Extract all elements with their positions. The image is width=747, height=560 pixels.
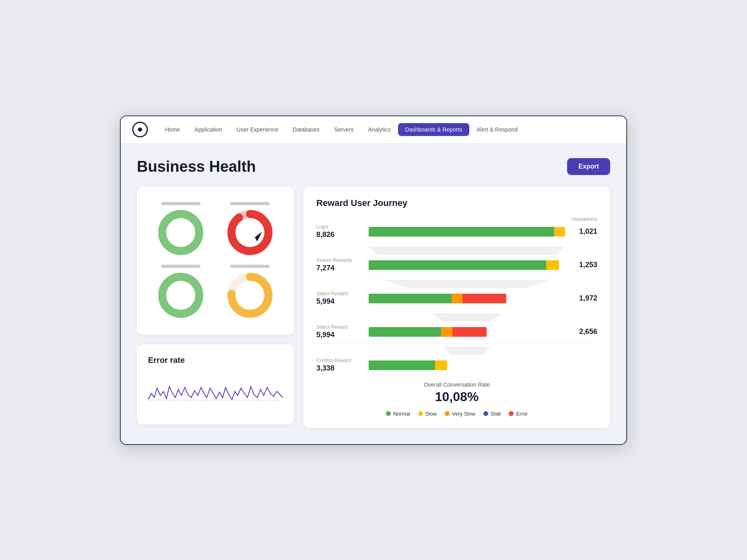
funnel-shape-2 [369, 280, 565, 288]
legend-stall: Stall [483, 411, 501, 417]
legend-dot-very-slow [445, 411, 450, 416]
funnel-header: Abandoners [316, 216, 597, 222]
legend-label-very-slow: Very Slow [452, 411, 475, 417]
app-window: Home Application User Experience Databas… [120, 115, 627, 445]
svg-marker-5 [255, 232, 262, 241]
bar-seg-slow-5 [435, 360, 447, 370]
donut-item-2 [217, 202, 283, 257]
bar-3 [369, 294, 506, 303]
logo-icon [132, 121, 148, 138]
overall-value: 10,08% [316, 389, 597, 404]
navbar: Home Application User Experience Databas… [121, 116, 626, 144]
svg-point-4 [231, 214, 268, 251]
bar-seg-slow-1 [554, 227, 565, 237]
bar-2 [369, 260, 559, 270]
funnel-row-3: Select Reward 5,994 1,972 [316, 290, 597, 310]
step-label-5: Confirm Reward [316, 358, 369, 363]
donut-item-4 [217, 265, 283, 319]
abandoners-2: 1,253 [565, 261, 597, 269]
bar-seg-normal-1 [369, 227, 554, 237]
step-value-3: 5,994 [316, 297, 369, 306]
funnel-title: Reward User Journey [316, 198, 597, 208]
nav-item-home[interactable]: Home [158, 123, 187, 136]
page-header: Business Health Export [137, 158, 610, 175]
legend-label-slow: Slow [425, 411, 437, 417]
donut-card [137, 187, 294, 335]
legend-normal: Normal [386, 411, 410, 417]
step-label-1: Login [316, 224, 369, 230]
step-label-4: Select Reward [316, 324, 369, 330]
bar-seg-normal-4 [369, 327, 441, 337]
export-button[interactable]: Export [567, 158, 610, 175]
legend-very-slow: Very Slow [445, 411, 475, 417]
bar-seg-normal-3 [369, 294, 452, 303]
svg-marker-12 [384, 280, 549, 288]
legend-label-normal: Normal [393, 411, 410, 417]
donut-label-4 [230, 265, 269, 268]
donut-item-3 [148, 265, 213, 319]
nav-item-servers[interactable]: Servers [327, 123, 361, 136]
donut-svg-3 [157, 271, 205, 319]
funnel-row-1: Login 8,826 1,021 [316, 224, 597, 243]
overall-section: Overall Conversation Rate 10,08% [316, 381, 597, 404]
donut-grid [148, 198, 283, 323]
nav-item-databases[interactable]: Databases [285, 123, 327, 136]
legend-dot-slow [418, 411, 423, 416]
nav-item-alert[interactable]: Alert & Respond [469, 123, 525, 136]
funnel-rows: Login 8,826 1,021 [316, 224, 597, 373]
donut-label-1 [161, 202, 200, 205]
donut-svg-2 [226, 208, 274, 257]
bar-1 [369, 227, 565, 237]
funnel-row-2: Search Rewards 7,274 1,253 [316, 257, 597, 277]
bar-seg-normal-5 [369, 360, 435, 370]
step-value-2: 7,274 [316, 264, 369, 272]
step-value-1: 8,826 [316, 231, 369, 239]
svg-marker-13 [431, 313, 502, 321]
bar-seg-normal-2 [369, 260, 546, 270]
funnel-row-4: Select Reward 5,994 2,656 [316, 324, 597, 344]
bar-seg-slow-3 [452, 294, 462, 303]
error-rate-chart [148, 371, 283, 412]
bar-seg-slow-4 [441, 327, 452, 337]
abandoners-4: 2,656 [565, 327, 597, 336]
bar-seg-error-4 [452, 327, 486, 337]
donut-item-1 [148, 202, 213, 257]
funnel-shape-4 [369, 347, 565, 355]
bar-5 [369, 360, 447, 370]
legend-dot-stall [483, 411, 488, 416]
funnel-card: Reward User Journey Abandoners Login 8 [303, 187, 610, 428]
legend: Normal Slow Very Slow Stall [316, 411, 597, 417]
overall-label: Overall Conversation Rate [316, 381, 597, 388]
abandoners-header: Abandoners [565, 216, 597, 222]
main-content: Business Health Export [121, 144, 626, 444]
step-label-2: Search Rewards [316, 257, 369, 263]
funnel-shape-3 [369, 313, 565, 321]
nav-item-analytics[interactable]: Analytics [361, 123, 398, 136]
abandoners-1: 1,021 [565, 227, 597, 236]
donut-svg-1 [157, 208, 205, 257]
error-rate-title: Error rate [148, 356, 283, 365]
svg-point-7 [162, 277, 199, 314]
donut-label-3 [161, 265, 200, 268]
nav-item-application[interactable]: Application [187, 123, 229, 136]
funnel-shape-1 [369, 247, 565, 255]
legend-label-error: Error [516, 411, 528, 417]
content-grid: Error rate Reward User Journey Aband [137, 187, 610, 428]
legend-error: Error [509, 411, 528, 417]
legend-slow: Slow [418, 411, 437, 417]
donut-label-2 [230, 202, 269, 205]
page-title: Business Health [137, 158, 256, 175]
svg-point-2 [162, 214, 199, 251]
legend-dot-normal [386, 411, 391, 416]
step-value-4: 5,994 [316, 331, 369, 339]
abandoners-3: 1,972 [565, 294, 597, 303]
svg-marker-11 [369, 247, 565, 255]
error-rate-card: Error rate [137, 344, 294, 424]
bar-seg-slow-2 [546, 260, 559, 270]
left-column: Error rate [137, 187, 294, 428]
bar-seg-error-3 [462, 294, 506, 303]
nav-item-dashboards[interactable]: Dashboards & Reports [398, 123, 470, 136]
svg-marker-14 [443, 347, 490, 355]
funnel-row-5: Confirm Reward 3,338 [316, 357, 597, 373]
nav-item-user-experience[interactable]: User Experience [229, 123, 286, 136]
